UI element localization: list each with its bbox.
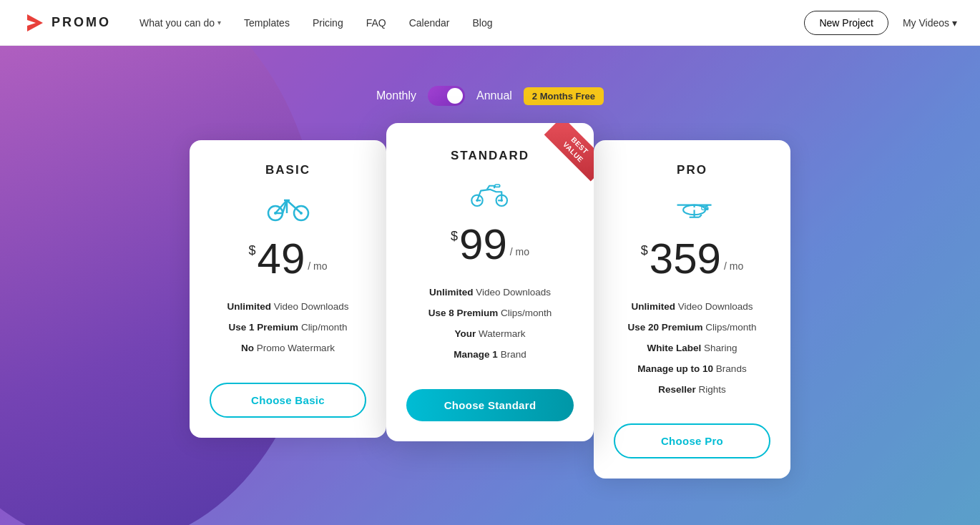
feature-basic-2: No Promo Watermark — [210, 342, 366, 355]
scooter-icon — [469, 177, 511, 209]
billing-toggle[interactable] — [428, 86, 465, 106]
nav-blog[interactable]: Blog — [473, 17, 493, 29]
feature-basic-0: Unlimited Video Downloads — [210, 300, 366, 314]
choose-pro-button[interactable]: Choose Pro — [614, 423, 770, 458]
feature-pro-3: Manage up to 10 Brands — [614, 363, 770, 376]
pricing-cards-row: BASIC $ 49 / mo Unlimited Video Down — [190, 123, 790, 479]
chevron-down-icon: ▾ — [217, 19, 221, 26]
nav-pricing[interactable]: Pricing — [313, 17, 343, 29]
annual-label: Annual — [476, 89, 512, 102]
price-pro: $ 359 / mo — [641, 237, 743, 280]
feature-pro-0: Unlimited Video Downloads — [614, 300, 770, 314]
price-amount-standard: 99 — [459, 223, 507, 266]
price-amount-basic: 49 — [258, 237, 305, 280]
plan-name-standard: STANDARD — [451, 149, 529, 163]
nav-what-you-can-do[interactable]: What you can do ▾ — [139, 17, 221, 29]
nav-templates[interactable]: Templates — [244, 17, 290, 29]
navbar: PROMO What you can do ▾ Templates Pricin… — [0, 0, 980, 46]
choose-standard-button[interactable]: Choose Standard — [406, 389, 574, 421]
feature-pro-2: White Label Sharing — [614, 342, 770, 355]
svg-line-21 — [699, 215, 701, 217]
feature-standard-0: Unlimited Video Downloads — [406, 286, 574, 300]
price-amount-pro: 359 — [650, 237, 721, 280]
feature-pro-1: Use 20 Premium Clips/month — [614, 321, 770, 335]
new-project-button[interactable]: New Project — [804, 11, 888, 35]
logo-icon — [23, 11, 46, 34]
logo[interactable]: PROMO — [23, 11, 111, 34]
bicycle-icon — [267, 192, 310, 223]
feature-standard-2: Your Watermark — [406, 328, 574, 341]
price-standard: $ 99 / mo — [451, 223, 529, 266]
months-free-badge: 2 Months Free — [524, 87, 604, 105]
price-dollar-standard: $ — [451, 229, 458, 244]
svg-marker-0 — [27, 14, 43, 31]
nav-faq[interactable]: FAQ — [366, 17, 386, 29]
best-value-ribbon: BESTVALUE — [529, 123, 594, 187]
nav-calendar[interactable]: Calendar — [409, 17, 450, 29]
plan-name-pro: PRO — [677, 163, 707, 177]
feature-pro-4: Reseller Rights — [614, 383, 770, 397]
price-dollar-pro: $ — [641, 243, 648, 258]
feature-standard-3: Manage 1 Brand — [406, 348, 574, 362]
monthly-label: Monthly — [376, 89, 416, 102]
toggle-knob — [447, 88, 463, 104]
svg-rect-17 — [495, 185, 500, 187]
hero-section: Monthly Annual 2 Months Free BASIC — [0, 46, 980, 525]
features-list-standard: Unlimited Video Downloads Use 8 Premium … — [406, 286, 574, 369]
billing-toggle-row: Monthly Annual 2 Months Free — [376, 86, 604, 106]
price-dollar-basic: $ — [249, 243, 256, 258]
plan-card-pro: PRO $ 359 / mo Unlimited Video Downl — [594, 140, 790, 479]
price-mo-pro: / mo — [724, 260, 743, 272]
price-basic: $ 49 / mo — [249, 237, 328, 280]
plan-card-basic: BASIC $ 49 / mo Unlimited Video Down — [190, 140, 386, 438]
price-mo-basic: / mo — [308, 260, 327, 272]
my-videos-button[interactable]: My Videos ▾ — [903, 17, 957, 29]
features-list-basic: Unlimited Video Downloads Use 1 Premium … — [210, 300, 366, 363]
price-mo-standard: / mo — [510, 246, 529, 257]
feature-basic-1: Use 1 Premium Clip/month — [210, 321, 366, 335]
plan-card-standard: BESTVALUE STANDARD $ 99 / mo Unl — [386, 123, 594, 441]
plan-name-basic: BASIC — [265, 163, 310, 177]
best-value-text: BESTVALUE — [544, 123, 594, 181]
choose-basic-button[interactable]: Choose Basic — [210, 383, 366, 418]
logo-text: PROMO — [52, 15, 111, 30]
nav-right: New Project My Videos ▾ — [804, 11, 957, 35]
chevron-down-icon: ▾ — [952, 17, 957, 29]
nav-links: What you can do ▾ Templates Pricing FAQ … — [139, 17, 804, 29]
helicopter-icon — [671, 192, 714, 223]
feature-standard-1: Use 8 Premium Clips/month — [406, 307, 574, 320]
features-list-pro: Unlimited Video Downloads Use 20 Premium… — [614, 300, 770, 403]
